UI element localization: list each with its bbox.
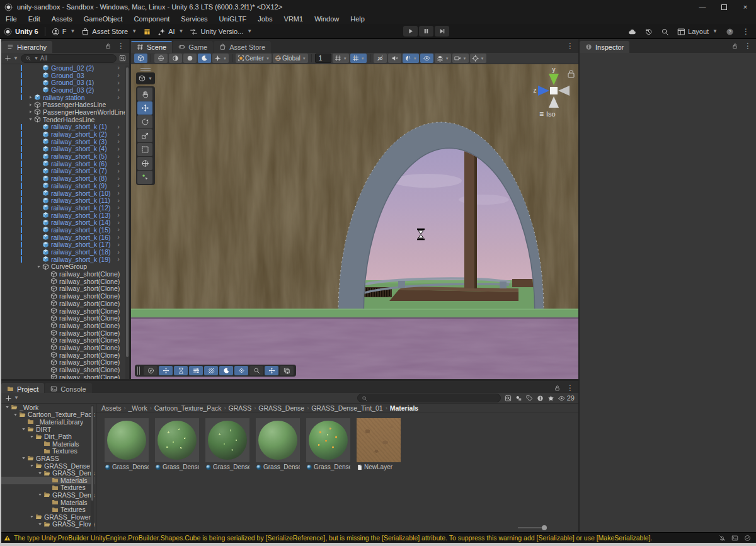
view-tool[interactable]	[137, 88, 152, 101]
menu-window[interactable]: Window	[309, 14, 345, 24]
hierarchy-item[interactable]: railway_short(Clone)	[1, 314, 125, 322]
menu-component[interactable]: Component	[128, 14, 175, 24]
type-filter-icon[interactable]	[515, 395, 522, 402]
cloud-icon[interactable]	[628, 28, 636, 36]
move-tool[interactable]	[137, 101, 152, 115]
fx-dropdown[interactable]: ▼	[212, 54, 229, 63]
prefab-open-chevron[interactable]: ›	[117, 86, 120, 93]
breadcrumb-item[interactable]: _Work	[129, 404, 147, 412]
hidden-packages-icon[interactable]	[537, 395, 544, 402]
prefab-open-chevron[interactable]: ›	[117, 145, 120, 152]
hierarchy-item[interactable]: railway_short(Clone)	[1, 322, 125, 329]
project-folder-item[interactable]: GRASS_Flower_	[1, 521, 94, 528]
hierarchy-item[interactable]: railway_short(Clone)	[1, 285, 125, 293]
tab-inspector[interactable]: Inspector	[580, 41, 629, 53]
project-folder-item[interactable]: GRASS_Flower	[1, 513, 94, 521]
breadcrumb-item[interactable]: GRASS	[228, 404, 251, 412]
prefab-open-chevron[interactable]: ›	[117, 234, 120, 241]
play-button[interactable]	[403, 26, 418, 37]
foldout-open-icon[interactable]	[37, 470, 43, 476]
foldout-closed-icon[interactable]	[28, 102, 34, 108]
hierarchy-item[interactable]: railway_short(Clone)	[1, 278, 125, 285]
favorites-icon[interactable]	[547, 395, 554, 402]
hierarchy-item[interactable]: railway_short_k (15)›	[1, 226, 125, 234]
hierarchy-item[interactable]: railway_short_k (9)›	[1, 182, 125, 190]
grid-visibility-button[interactable]: ▼	[333, 54, 349, 63]
tool-context-button[interactable]: ▼	[136, 72, 155, 84]
foldout-closed-icon[interactable]	[28, 94, 34, 100]
prefab-open-chevron[interactable]: ›	[117, 131, 120, 138]
move-overlay[interactable]	[159, 366, 173, 375]
project-folder-item[interactable]: GRASS_Dense	[1, 462, 94, 470]
toolbar-more-icon[interactable]: ⋮	[742, 27, 750, 36]
hierarchy-item[interactable]: railway_short_k (11)›	[1, 196, 125, 204]
asset-store-button[interactable]: Asset Store▼	[81, 28, 137, 36]
console-icon[interactable]	[731, 535, 738, 542]
foldout-open-icon[interactable]	[13, 412, 19, 418]
camera-dropdown[interactable]: ▼	[452, 54, 469, 63]
prefab-open-chevron[interactable]: ›	[117, 72, 120, 79]
hierarchy-item[interactable]: railway_short_k (8)›	[1, 174, 125, 182]
hierarchy-item[interactable]: railway_short_k (5)›	[1, 152, 125, 160]
minimize-button[interactable]: —	[692, 0, 713, 14]
hierarchy-item[interactable]: railway station›	[1, 94, 125, 101]
panel-menu-icon[interactable]: ⋮	[744, 42, 752, 50]
probuilder-overlay[interactable]	[174, 366, 188, 375]
menu-edit[interactable]: Edit	[23, 14, 46, 24]
hierarchy-item[interactable]: railway_short_k (19)›	[1, 256, 125, 263]
maximize-button[interactable]	[713, 0, 735, 14]
project-folder-item[interactable]: Materials	[1, 477, 94, 484]
project-folder-item[interactable]: GRASS_Dense_	[1, 491, 94, 499]
foldout-open-icon[interactable]	[28, 117, 34, 122]
lock-icon[interactable]	[731, 43, 738, 50]
prefab-open-chevron[interactable]: ›	[117, 94, 120, 101]
hierarchy-item[interactable]: railway_short(Clone)	[1, 351, 125, 359]
project-folder-item[interactable]: _MaterialLibrary	[1, 418, 94, 426]
hierarchy-item[interactable]: railway_short_k (18)›	[1, 248, 125, 256]
hierarchy-item[interactable]: railway_short_k (7)›	[1, 168, 125, 175]
breadcrumb-item[interactable]: Assets	[101, 404, 122, 412]
foldout-open-icon[interactable]	[21, 455, 27, 461]
navigation-overlay[interactable]	[265, 366, 278, 375]
panel-menu-icon[interactable]: ⋮	[566, 384, 574, 392]
foldout-open-icon[interactable]	[29, 514, 35, 520]
ai-button[interactable]: AI▼	[158, 28, 183, 36]
hierarchy-item[interactable]: railway_short_k (16)›	[1, 234, 125, 241]
hierarchy-item[interactable]: railway_short_k (2)›	[1, 130, 125, 138]
duplicate-overlay[interactable]	[280, 366, 294, 375]
menu-gameobject[interactable]: GameObject	[78, 14, 129, 24]
search-window-icon[interactable]	[119, 55, 126, 62]
hierarchy-item[interactable]: railway_short_k (10)›	[1, 190, 125, 197]
grid-size-field[interactable]: 1	[315, 54, 331, 63]
prefab-open-chevron[interactable]: ›	[117, 182, 120, 189]
hierarchy-item[interactable]: railway_short(Clone)	[1, 344, 125, 351]
project-folder-item[interactable]: Textures	[1, 484, 94, 492]
step-button[interactable]	[435, 26, 449, 37]
breadcrumb-item[interactable]: GRASS_Dense	[258, 404, 304, 412]
scene-viewport[interactable]: ▼ y z ≡Iso	[131, 64, 578, 379]
tab-asset-store[interactable]: Asset Store	[214, 41, 271, 53]
asset-item[interactable]: Grass_Dense_T...	[155, 418, 199, 470]
asset-item[interactable]: Grass_Dense_T...	[105, 418, 149, 470]
panel-menu-icon[interactable]: ⋮	[117, 42, 125, 50]
search-window-icon[interactable]	[505, 395, 512, 402]
hierarchy-item[interactable]: railway_short(Clone)	[1, 366, 125, 373]
camera-2d-toggle[interactable]: 2D	[374, 54, 387, 63]
tab-game[interactable]: Game	[173, 41, 213, 53]
orientation-button[interactable]: Global▼	[273, 54, 308, 63]
scene-visibility-toggle[interactable]	[420, 54, 433, 63]
hierarchy-item[interactable]: railway_short_k (14)›	[1, 219, 125, 226]
asset-item[interactable]: Grass_Dense_T...	[205, 418, 249, 470]
prefab-open-chevron[interactable]: ›	[117, 79, 120, 86]
pivot-mode-button[interactable]: Center▼	[236, 54, 272, 63]
foldout-open-icon[interactable]	[4, 404, 11, 410]
panel-menu-icon[interactable]: ⋮	[566, 42, 574, 50]
custom-tool[interactable]	[137, 171, 152, 184]
foldout-open-icon[interactable]	[29, 463, 35, 469]
menu-file[interactable]: File	[0, 14, 23, 24]
hierarchy-item[interactable]: railway_short_k (13)›	[1, 212, 125, 219]
fog-toggle[interactable]	[169, 54, 182, 63]
package-manager-button[interactable]	[143, 28, 151, 36]
hierarchy-item[interactable]: Ground_03›	[1, 72, 125, 79]
version-control-button[interactable]: Unity Versio...▼	[190, 28, 252, 36]
